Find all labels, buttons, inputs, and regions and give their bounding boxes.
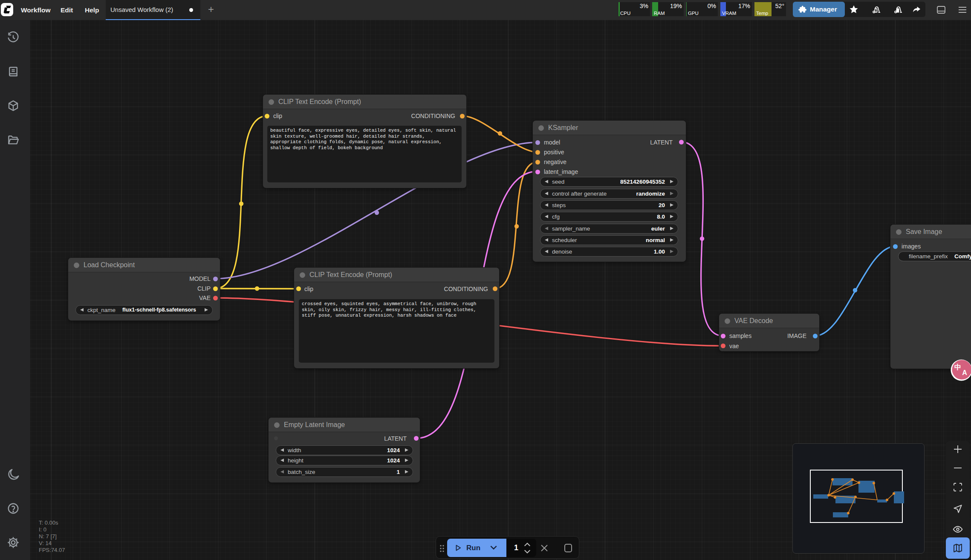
- svg-text:A: A: [962, 369, 967, 376]
- svg-text:中: 中: [954, 364, 961, 371]
